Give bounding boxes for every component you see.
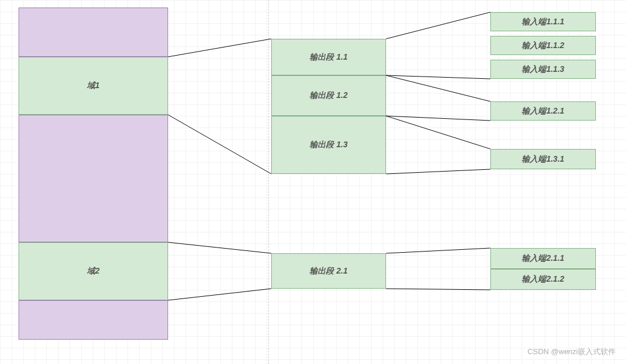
domain-spacer-middle <box>19 115 168 242</box>
out-seg-1-1-label: 输出段 1.1 <box>310 52 347 63</box>
domain1-box: 域1 <box>19 57 168 115</box>
in-1-3-1: 输入端1.3.1 <box>490 149 596 169</box>
in-1-1-3: 输入端1.1.3 <box>490 60 596 79</box>
in-1-1-2: 输入端1.1.2 <box>490 36 596 55</box>
out-seg-1-1: 输出段 1.1 <box>271 39 386 75</box>
in-1-2-1: 输入端1.2.1 <box>490 101 596 121</box>
out-seg-2-1: 输出段 2.1 <box>271 253 386 289</box>
out-seg-1-2: 输出段 1.2 <box>271 75 386 116</box>
in-1-1-1-label: 输入端1.1.1 <box>522 17 564 27</box>
out-seg-2-1-label: 输出段 2.1 <box>310 266 347 276</box>
in-1-1-3-label: 输入端1.1.3 <box>522 64 564 75</box>
in-1-1-2-label: 输入端1.1.2 <box>522 41 564 51</box>
in-2-1-1: 输入端2.1.1 <box>490 248 596 269</box>
vertical-dashed-divider <box>268 0 269 364</box>
domain2-box: 域2 <box>19 242 168 300</box>
in-2-1-2-label: 输入端2.1.2 <box>522 274 564 285</box>
domain2-label: 域2 <box>87 266 100 276</box>
out-seg-1-3-label: 输出段 1.3 <box>310 140 347 150</box>
domain2-spacer-bottom <box>19 300 168 340</box>
out-seg-1-3: 输出段 1.3 <box>271 116 386 174</box>
domain1-spacer-top <box>19 8 168 57</box>
in-1-3-1-label: 输入端1.3.1 <box>522 154 564 165</box>
domain1-label: 域1 <box>87 81 100 91</box>
in-1-1-1: 输入端1.1.1 <box>490 12 596 31</box>
in-2-1-2: 输入端2.1.2 <box>490 269 596 290</box>
out-seg-1-2-label: 输出段 1.2 <box>310 90 347 101</box>
in-2-1-1-label: 输入端2.1.1 <box>522 253 564 264</box>
in-1-2-1-label: 输入端1.2.1 <box>522 106 564 117</box>
watermark: CSDN @wenzi嵌入式软件 <box>527 347 616 357</box>
